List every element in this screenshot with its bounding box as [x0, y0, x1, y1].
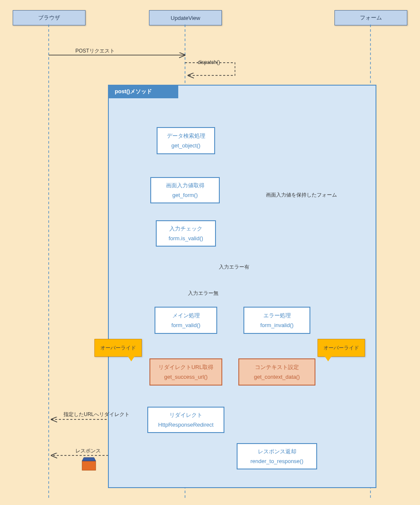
box-context-data: コンテキスト設定get_context_data() — [238, 358, 315, 386]
box-get-form: 画面入力値取得get_form() — [150, 177, 220, 203]
box-method: get_form() — [172, 190, 198, 200]
container-tab: post()メソッド — [108, 85, 178, 98]
sequence-diagram: ブラウザ UpdateView フォーム post()メソッド データ検索処理g… — [0, 0, 420, 505]
box-form-valid: メイン処理form_valid() — [155, 307, 217, 334]
box-title: リダイレクトURL取得 — [158, 362, 213, 372]
box-title: メイン処理 — [172, 311, 200, 320]
box-method: get_object() — [171, 141, 201, 150]
svg-marker-30 — [82, 458, 96, 461]
container-title: post()メソッド — [115, 88, 152, 95]
box-title: 画面入力値取得 — [166, 180, 204, 190]
msg-response: レスポンス — [75, 447, 101, 455]
msg-redirect: 指定したURLへリダイレクト — [64, 411, 130, 418]
svg-rect-29 — [82, 461, 96, 470]
msg-post-request: POSTリクエスト — [75, 47, 115, 55]
override-callout: オーバーライド — [94, 339, 142, 357]
box-title: リダイレクト — [169, 410, 202, 420]
msg-screen-form: 画面入力値を保持したフォーム — [266, 191, 337, 199]
box-title: エラー処理 — [263, 311, 291, 320]
box-is-valid: 入力チェックform.is_valid() — [156, 220, 216, 247]
box-method: render_to_response() — [250, 456, 303, 466]
box-redirect: リダイレクトHttpResponseRedirect — [147, 407, 224, 433]
override-label: オーバーライド — [100, 344, 136, 352]
box-get-object: データ検索処理get_object() — [157, 127, 215, 154]
box-title: データ検索処理 — [167, 131, 205, 141]
msg-dispatch: dispatch() — [198, 59, 220, 65]
box-method: get_context_data() — [254, 372, 300, 382]
box-method: form_valid() — [171, 320, 201, 330]
msg-error-no: 入力エラー無 — [188, 290, 218, 297]
box-render: レスポンス返却render_to_response() — [237, 443, 317, 469]
override-label: オーバーライド — [323, 344, 359, 352]
box-success-url: リダイレクトURL取得get_success_url() — [149, 358, 222, 386]
box-method: get_success_url() — [164, 372, 208, 382]
box-title: レスポンス返却 — [258, 447, 296, 456]
msg-error-yes: 入力エラー有 — [219, 264, 249, 271]
box-form-invalid: エラー処理form_invalid() — [243, 307, 310, 334]
box-method: form_invalid() — [260, 320, 294, 330]
override-callout: オーバーライド — [318, 339, 365, 357]
box-title: 入力チェック — [169, 224, 202, 233]
box-method: HttpResponseRedirect — [158, 420, 214, 430]
box-title: コンテキスト設定 — [255, 362, 299, 372]
box-method: form.is_valid() — [169, 233, 203, 243]
